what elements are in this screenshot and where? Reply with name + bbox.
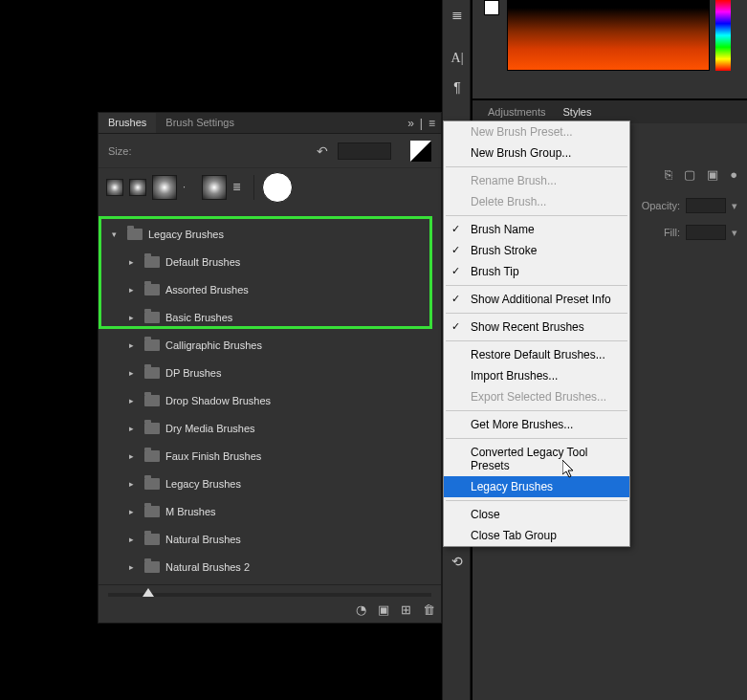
tree-item[interactable]: ▸Faux Finish Brushes (102, 442, 437, 470)
cursor-icon (562, 460, 576, 479)
tree-label: Natural Brushes 2 (165, 561, 250, 573)
menu-import-brushes[interactable]: Import Brushes... (444, 365, 629, 386)
check-icon: ✓ (451, 265, 460, 277)
menu-separator (446, 166, 627, 167)
tree-label: Legacy Brushes (165, 478, 241, 490)
opacity-field[interactable] (686, 198, 726, 213)
tree-item[interactable]: ▸Dry Media Brushes (102, 414, 437, 442)
tab-brushes[interactable]: Brushes (99, 113, 156, 133)
history-icon[interactable]: ⟲ (443, 547, 472, 576)
menu-separator (446, 215, 627, 216)
tree-item[interactable]: ▸Calligraphic Brushes (102, 331, 437, 359)
save-preset-icon[interactable]: ▣ (378, 602, 389, 617)
tree-label: Dry Media Brushes (165, 423, 255, 434)
menu-close-tab-group[interactable]: Close Tab Group (444, 525, 629, 546)
brush-thumb[interactable] (129, 179, 146, 196)
menu-brush-tip[interactable]: ✓Brush Tip (444, 261, 629, 282)
menu-close[interactable]: Close (444, 504, 629, 525)
preview-toggle-icon[interactable]: ◔ (356, 602, 366, 617)
link-icon[interactable]: ⎘ (665, 167, 672, 182)
opacity-label: Opacity: (642, 200, 680, 211)
menu-rename-brush[interactable]: Rename Brush... (444, 170, 629, 191)
check-icon: ✓ (451, 320, 460, 333)
folder-icon (144, 450, 160, 462)
menu-legacy-brushes[interactable]: Legacy Brushes (444, 476, 629, 497)
panel-tabs: Brushes Brush Settings » | ≡ (99, 113, 441, 134)
tree-item[interactable]: ▸M Brushes (102, 497, 437, 525)
brush-thumb[interactable] (106, 179, 123, 196)
tree-item[interactable]: ▸Assorted Brushes (102, 275, 437, 303)
caret-right-icon: ▸ (129, 257, 139, 267)
tab-styles[interactable]: Styles (563, 106, 592, 118)
sliders-icon[interactable]: ≣ (232, 181, 246, 194)
menu-converted-legacy[interactable]: Converted Legacy Tool Presets (444, 442, 629, 476)
new-group-icon[interactable]: ⊞ (401, 602, 411, 617)
tree-label: Faux Finish Brushes (165, 450, 261, 462)
menu-brush-stroke[interactable]: ✓Brush Stroke (444, 240, 629, 261)
menu-new-brush-preset[interactable]: New Brush Preset... (444, 121, 629, 142)
menu-delete-brush[interactable]: Delete Brush... (444, 191, 629, 212)
tree-item[interactable]: ▸Legacy Brushes (102, 470, 437, 497)
tab-adjustments[interactable]: Adjustments (488, 106, 546, 118)
caret-down-icon: ▾ (112, 230, 121, 239)
chevron-down-icon[interactable]: ▾ (732, 227, 737, 239)
brush-thumbs: · ≣ (99, 168, 441, 207)
size-input[interactable] (338, 142, 391, 160)
caret-right-icon: ▸ (129, 396, 139, 405)
expand-icon[interactable]: » (407, 117, 414, 130)
tree-item[interactable]: ▸Drop Shadow Brushes (102, 386, 437, 414)
slider-knob[interactable] (143, 588, 154, 597)
character-icon[interactable]: A| (443, 44, 472, 73)
menu-get-more[interactable]: Get More Brushes... (444, 414, 629, 435)
hue-slider[interactable] (715, 0, 731, 71)
menu-restore-default[interactable]: Restore Default Brushes... (444, 344, 629, 365)
caret-right-icon: ▸ (129, 313, 139, 322)
menu-show-additional[interactable]: ✓Show Additional Preset Info (444, 289, 629, 310)
tree-item[interactable]: ▸Natural Brushes 2 (102, 553, 437, 580)
folder-icon (144, 312, 160, 323)
folder-icon (144, 423, 160, 434)
dot-icon: ● (730, 167, 737, 182)
paragraph-styles-icon[interactable]: ≣ (443, 0, 472, 29)
fill-field[interactable] (686, 225, 726, 240)
brush-preview-swatch[interactable] (410, 141, 431, 162)
caret-right-icon: ▸ (129, 285, 139, 295)
panel-footer: ◔ ▣ ⊞ 🗑 (99, 584, 441, 623)
trash-icon[interactable]: 🗑 (423, 602, 435, 617)
folder-icon (144, 534, 160, 545)
check-icon: ✓ (451, 244, 460, 256)
tree-item[interactable]: ▸DP Brushes (102, 359, 437, 386)
tree-item[interactable]: ▸Default Brushes (102, 248, 437, 275)
tree-root[interactable]: ▾ Legacy Brushes (102, 220, 437, 248)
bounds-icon[interactable]: ▢ (684, 167, 695, 182)
brush-tree: ▾ Legacy Brushes ▸Default Brushes ▸Assor… (102, 220, 437, 582)
thumbnail-size-slider[interactable] (108, 593, 431, 597)
tree-item[interactable]: ▸Natural Brushes (102, 525, 437, 553)
menu-brush-name[interactable]: ✓Brush Name (444, 219, 629, 240)
foreground-swatch[interactable] (484, 0, 499, 15)
panel-menu-icon[interactable]: ≡ (428, 117, 435, 130)
brushes-panel-menu: New Brush Preset... New Brush Group... R… (443, 120, 630, 547)
brush-thumb-large[interactable] (262, 172, 293, 203)
align-icon[interactable]: ▣ (707, 167, 718, 182)
caret-right-icon: ▸ (129, 535, 139, 544)
brush-thumb[interactable] (152, 175, 177, 200)
collapse-sep: | (420, 117, 423, 130)
paragraph-icon[interactable]: ¶ (443, 73, 472, 101)
caret-right-icon: ▸ (129, 479, 139, 489)
menu-new-brush-group[interactable]: New Brush Group... (444, 142, 629, 164)
caret-right-icon: ▸ (129, 451, 139, 461)
brush-thumb[interactable] (202, 175, 227, 200)
tree-label: Default Brushes (165, 256, 240, 268)
size-label: Size: (108, 145, 131, 157)
flip-icon[interactable]: ↶ (317, 143, 328, 159)
caret-right-icon: ▸ (129, 562, 139, 572)
chevron-down-icon[interactable]: ▾ (732, 200, 737, 212)
menu-separator (446, 500, 627, 501)
menu-export-brushes[interactable]: Export Selected Brushes... (444, 386, 629, 407)
tree-item[interactable]: ▸Basic Brushes (102, 303, 437, 331)
color-field[interactable] (507, 0, 710, 71)
menu-show-recent[interactable]: ✓Show Recent Brushes (444, 317, 629, 338)
tab-brush-settings[interactable]: Brush Settings (156, 113, 244, 133)
folder-icon (144, 506, 160, 517)
